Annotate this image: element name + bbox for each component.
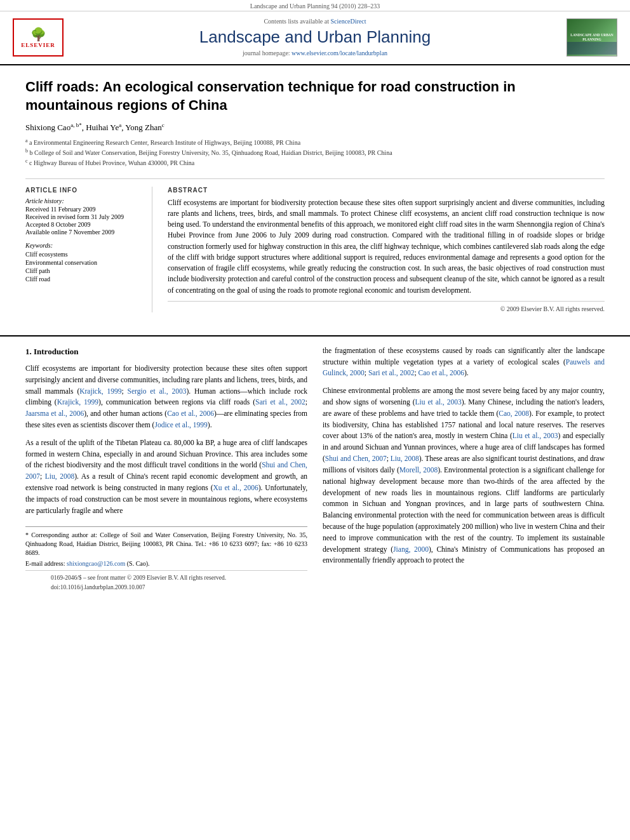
footer-issn: 0169-2046/$ – see front matter © 2009 El… <box>51 573 282 583</box>
ref-sergio2003[interactable]: Sergio et al., 2003 <box>128 387 187 395</box>
journal-cover-image: LANDSCAPE AND URBAN PLANNING <box>566 18 617 57</box>
article-authors: Shixiong Caoa, b*, Huihai Yea, Yong Zhan… <box>25 122 605 133</box>
footnote-area: * Corresponding author at: College of So… <box>25 526 307 568</box>
body-para-2: As a result of the uplift of the Tibetan… <box>25 437 307 517</box>
footnote-star: * Corresponding author at: College of So… <box>25 531 307 557</box>
body-para-1: Cliff ecosystems are important for biodi… <box>25 363 307 431</box>
ref-cao2006[interactable]: Cao et al., 2006 <box>167 410 214 417</box>
journal-header-inner: 🌳 ELSEVIER Contents lists available at S… <box>0 14 630 60</box>
affil-b: b b College of Soil and Water Conservati… <box>25 147 605 157</box>
abstract-text: Cliff ecosystems are important for biodi… <box>168 197 605 296</box>
ref-jodice1999[interactable]: Jodice et al., 1999 <box>154 421 207 429</box>
ref-xu2006[interactable]: Xu et al., 2006 <box>213 484 258 491</box>
body-para-3: the fragmentation of these ecosystems ca… <box>323 345 605 379</box>
elsevier-logo-area: 🌳 ELSEVIER <box>13 18 70 57</box>
cover-city-image <box>567 42 617 55</box>
revised-date: Received in revised form 31 July 2009 <box>25 213 142 220</box>
ref-liu2008[interactable]: Liu, 2008 <box>45 472 74 480</box>
ref-jiang2000[interactable]: Jiang, 2000 <box>393 545 429 553</box>
footnote-email-link[interactable]: shixiongcao@126.com <box>67 560 125 567</box>
journal-homepage: journal homepage: www.elsevier.com/locat… <box>70 50 560 57</box>
author-3: , Yong Zhan <box>121 123 162 133</box>
journal-citation: Landscape and Urban Planning 94 (2010) 2… <box>250 3 380 10</box>
article-info-abstract: ARTICLE INFO Article history: Received 1… <box>25 178 605 312</box>
journal-header: Landscape and Urban Planning 94 (2010) 2… <box>0 0 630 65</box>
sciencedirect-link[interactable]: ScienceDirect <box>330 18 366 25</box>
footer-bar: 0169-2046/$ – see front matter © 2009 El… <box>25 570 307 594</box>
affil-a: a a Environmental Engineering Research C… <box>25 137 605 147</box>
keywords-label: Keywords: <box>25 242 142 249</box>
keyword-4: Cliff road <box>25 276 142 283</box>
section1-heading: 1. Introduction <box>25 345 307 358</box>
article-history: Article history: Received 11 February 20… <box>25 197 142 236</box>
body-col-right: the fragmentation of these ecosystems ca… <box>323 345 605 595</box>
author-1-name: Shixiong Cao <box>25 123 70 133</box>
abstract-title: ABSTRACT <box>168 187 605 194</box>
ref-liu2003[interactable]: Liu et al., 2003 <box>415 398 462 406</box>
article-title: Cliff roads: An ecological conservation … <box>25 78 605 114</box>
body-para-4: Chinese environmental problems are among… <box>323 385 605 566</box>
keyword-3: Cliff path <box>25 267 142 274</box>
ref-krajick1999[interactable]: Krajick, 1999 <box>79 387 121 395</box>
ref-cao2006b[interactable]: Cao et al., 2006 <box>418 369 464 377</box>
ref-liu2003b[interactable]: Liu et al., 2003 <box>513 432 558 439</box>
ref-krajick1999b[interactable]: Krajick, 1999 <box>57 398 98 406</box>
author-2: , Huihai Ye <box>82 123 119 133</box>
received-date: Received 11 February 2009 <box>25 206 142 213</box>
keywords-section: Keywords: Cliff ecosystems Environmental… <box>25 242 142 283</box>
article-info-title: ARTICLE INFO <box>25 187 142 194</box>
keyword-2: Environmental conservation <box>25 259 142 266</box>
history-label: Article history: <box>25 197 142 204</box>
ref-shui2007b[interactable]: Shui and Chen, 2007 <box>325 455 387 462</box>
footer-doi: doi:10.1016/j.landurbplan.2009.10.007 <box>51 583 282 592</box>
cover-title-text: LANDSCAPE AND URBAN PLANNING <box>567 32 617 43</box>
online-date: Available online 7 November 2009 <box>25 229 142 236</box>
ref-sari2002[interactable]: Sari et al., 2002 <box>255 398 305 406</box>
copyright-line: © 2009 Elsevier B.V. All rights reserved… <box>168 301 605 312</box>
journal-title-center: Contents lists available at ScienceDirec… <box>70 18 560 57</box>
journal-cover-area: LANDSCAPE AND URBAN PLANNING <box>560 18 617 57</box>
author-1-sup: a, b <box>70 122 79 128</box>
abstract-section: ABSTRACT Cliff ecosystems are important … <box>168 187 605 312</box>
article-info: ARTICLE INFO Article history: Received 1… <box>25 187 152 312</box>
ref-jaarsma2006[interactable]: Jaarsma et al., 2006 <box>25 410 84 417</box>
ref-sari2002b[interactable]: Sari et al., 2002 <box>368 369 415 377</box>
journal-top-bar: Landscape and Urban Planning 94 (2010) 2… <box>0 0 630 11</box>
body-content: 1. Introduction Cliff ecosystems are imp… <box>0 335 630 608</box>
page-wrapper: Landscape and Urban Planning 94 (2010) 2… <box>0 0 630 608</box>
article-header: Cliff roads: An ecological conservation … <box>0 65 630 335</box>
journal-main-title: Landscape and Urban Planning <box>70 27 560 47</box>
body-col-left: 1. Introduction Cliff ecosystems are imp… <box>25 345 307 595</box>
author-3-sup: c <box>162 122 164 128</box>
footnote-email: E-mail address: shixiongcao@126.com (S. … <box>25 559 307 568</box>
ref-morell2008[interactable]: Morell, 2008 <box>399 466 438 474</box>
affiliations: a a Environmental Engineering Research C… <box>25 137 605 168</box>
elsevier-logo-box: 🌳 ELSEVIER <box>13 18 64 57</box>
contents-line: Contents lists available at ScienceDirec… <box>70 18 560 25</box>
keyword-1: Cliff ecosystems <box>25 251 142 258</box>
ref-liu2008b[interactable]: Liu, 2008 <box>391 455 419 462</box>
accepted-date: Accepted 8 October 2009 <box>25 221 142 228</box>
ref-cao2008[interactable]: Cao, 2008 <box>499 410 529 417</box>
homepage-url[interactable]: www.elsevier.com/locate/landurbplan <box>292 50 387 57</box>
elsevier-brand: ELSEVIER <box>21 42 55 48</box>
elsevier-tree-icon: 🌳 <box>30 27 46 42</box>
affil-c: c c Highway Bureau of Hubei Province, Wu… <box>25 157 605 168</box>
